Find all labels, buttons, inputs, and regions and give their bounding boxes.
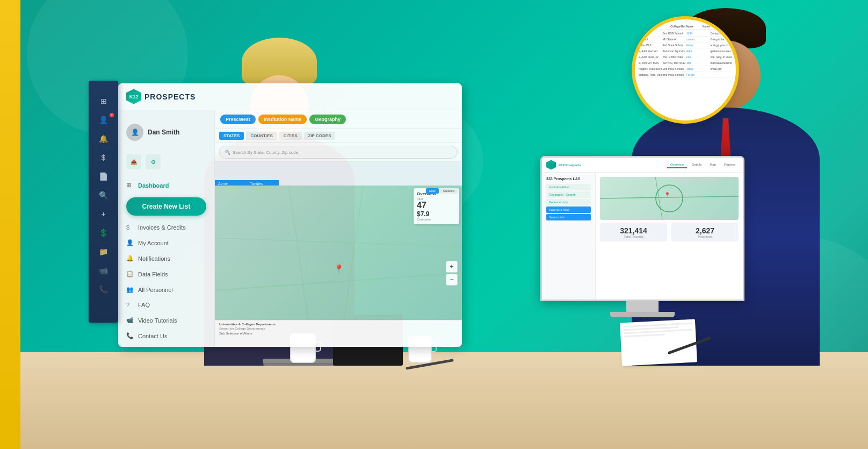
logo-text: PROSPECTS	[144, 92, 196, 101]
create-new-list-button[interactable]: Create New List	[126, 197, 206, 216]
table-row: a, cont EIIT MAS SAYING, MIP SCENE 196 m…	[638, 60, 733, 66]
monitor-logo	[546, 160, 556, 170]
notification-badge: 1	[110, 113, 114, 117]
nav-item-faq[interactable]: ? FAQ	[118, 297, 214, 312]
account-icon: 👤	[126, 239, 134, 246]
geo-filter-row: STATES COUNTIES CITIES ZIP CODES	[215, 129, 462, 143]
monitor-filter-geography[interactable]: Geography - Search	[546, 191, 591, 198]
nav-item-notifications[interactable]: 🔔 Notifications	[118, 251, 214, 266]
sidebar-doc-icon[interactable]: 📄	[89, 167, 118, 186]
notifications-icon: 🔔	[126, 255, 134, 262]
overview-panel: Overview total 47 $7.9 Company	[414, 188, 459, 224]
nav-user-section: 👤 Dan Smith	[118, 118, 214, 146]
sidebar-video-icon[interactable]: 📹	[89, 261, 118, 280]
overview-count: 47	[417, 201, 456, 210]
circle-table-inner: First Name College/Uni Name Name Hta, do…	[635, 19, 736, 120]
table-row: Higgins, Toast Doris Ra End Pass Schook …	[638, 66, 733, 72]
satellite-view-btn[interactable]: Satellite	[440, 188, 458, 194]
monitor-title: 333 Prospects LAS	[546, 177, 591, 181]
monitor-right-panel: 📍 321,414 Total Records 2,627 Prospects	[596, 173, 743, 300]
zoom-out-button[interactable]: −	[446, 274, 458, 286]
sidebar-search-icon[interactable]: 🔍	[89, 186, 118, 204]
nav-item-logout[interactable]: ⏻ Logout	[118, 344, 214, 347]
table-row: d Pos BLS End State School None and ggl …	[638, 42, 733, 48]
monitor-tab-reports[interactable]: Reports	[721, 162, 739, 168]
app-main-content: PrescWest Institution Name Geography STA…	[215, 110, 462, 347]
monitor-map-svg	[600, 177, 739, 220]
nav-item-invoices[interactable]: $ Invoices & Credits	[118, 220, 214, 235]
sidebar-grid-icon[interactable]: ⊞	[89, 91, 118, 110]
monitor-stat2-num: 2,627	[675, 226, 735, 235]
tab-institution[interactable]: Institution Name	[258, 115, 307, 124]
nav-avatar: 👤	[126, 124, 143, 141]
sidebar-phone-icon[interactable]: 📞	[89, 280, 118, 298]
nav-item-data-fields[interactable]: 📋 Data Fields	[118, 266, 214, 282]
nav-item-video[interactable]: 📹 Video Tutorials	[118, 312, 214, 328]
monitor-map-mini: 📍	[600, 177, 739, 220]
table-row: Slippery, Todd, Doris Fa Bnd Pass Schook…	[638, 72, 733, 78]
nav-username: Dan Smith	[148, 129, 179, 136]
tab-geography[interactable]: Geography	[309, 115, 346, 124]
monitor-nav-tabs: Overview Details Map Reports	[667, 162, 739, 168]
app-header: K12 PROSPECTS	[118, 83, 462, 110]
monitor-stat2-label: Prospects	[675, 235, 735, 238]
monitor-content: 333 Prospects LAS Institution Filter Geo…	[542, 173, 743, 300]
svg-line-3	[215, 238, 462, 247]
nav-item-account[interactable]: 👤 My Account	[118, 235, 214, 251]
geo-filter-zip[interactable]: ZIP CODES	[304, 132, 336, 140]
icon-sidebar: ⊞ 👤 1 🔔 $ 📄 🔍 + 💲 📁 📹 📞	[89, 81, 118, 323]
monitor-stand	[626, 301, 659, 312]
map-view-btn[interactable]: Map	[426, 188, 439, 194]
table-row: e, Adol Fred kid Anderson Agriculture Ad…	[638, 48, 733, 54]
geo-filter-states[interactable]: STATES	[219, 132, 244, 140]
circle-table-mockup: First Name College/Uni Name Name Hta, do…	[632, 16, 739, 124]
nav-item-contact[interactable]: 📞 Contact Us	[118, 328, 214, 344]
filter-tabs-row: PrescWest Institution Name Geography	[215, 110, 462, 129]
svg-point-7	[656, 185, 683, 212]
nav-icon-row: 📤 ⚙	[118, 152, 214, 172]
nav-settings-icon[interactable]: ⚙	[146, 154, 161, 169]
monitor-filter-list: Institution Filter Geography - Search De…	[546, 184, 591, 220]
map-pin: 📍	[334, 264, 344, 274]
geo-filter-counties[interactable]: COUNTIES	[246, 132, 277, 140]
tab-prescwest[interactable]: PrescWest	[220, 115, 256, 124]
monitor-tab-overview[interactable]: Overview	[667, 162, 687, 168]
nav-share-icon[interactable]: 📤	[126, 154, 141, 169]
monitor-filter-institution[interactable]: Institution Filter	[546, 184, 591, 190]
sidebar-plus-icon[interactable]: +	[89, 204, 118, 223]
app-bottom-bar: Universities & Colleges Departments Sear…	[215, 320, 462, 347]
data-fields-icon: 📋	[126, 270, 134, 277]
sidebar-files-icon[interactable]: 📁	[89, 242, 118, 261]
table-row: e, Adol Preet, ok The. E Blin Tolles Fil…	[638, 54, 733, 60]
invoices-icon: $	[126, 224, 134, 231]
monitor-save-list[interactable]: Save to List	[546, 214, 591, 220]
nav-item-all-personnel[interactable]: 👥 All Personnel	[118, 282, 214, 297]
contact-icon: 📞	[126, 332, 134, 339]
zoom-in-button[interactable]: +	[446, 261, 458, 273]
geo-filter-cities[interactable]: CITIES	[279, 132, 302, 140]
video-icon: 📹	[126, 317, 134, 324]
overview-company-label: Company	[417, 218, 456, 221]
monitor-tab-map[interactable]: Map	[706, 162, 719, 168]
nav-item-dashboard[interactable]: ⊞ Dashboard	[118, 177, 214, 193]
desk-surface	[20, 352, 868, 449]
monitor-stat1-label: Total Records	[603, 235, 664, 238]
monitor-filter-deduction[interactable]: Deduction List	[546, 199, 591, 205]
monitor-stat-records: 321,414 Total Records	[600, 223, 667, 241]
sidebar-dollar-icon[interactable]: $	[89, 148, 118, 167]
dashboard-icon: ⊞	[126, 182, 134, 189]
sidebar-dollar2-icon[interactable]: 💲	[89, 223, 118, 242]
svg-line-6	[655, 177, 662, 220]
monitor-map-pin: 📍	[664, 192, 670, 198]
map-zoom-controls: + −	[446, 261, 458, 286]
monitor-tab-details[interactable]: Details	[689, 162, 705, 168]
sidebar-notification-icon[interactable]: 👤 1	[89, 110, 118, 129]
monitor-header: K12 Prospects Overview Details Map Repor…	[542, 158, 743, 173]
monitor-stats-row: 321,414 Total Records 2,627 Prospects	[600, 223, 739, 241]
monitor-save-new[interactable]: Save as a New	[546, 206, 591, 213]
sidebar-bell-icon[interactable]: 🔔	[89, 129, 118, 148]
svg-line-0	[215, 273, 462, 291]
app-logo: K12 PROSPECTS	[126, 89, 196, 104]
table-row: Hta, dol Burl USD School 1234 Contact th…	[638, 31, 733, 37]
faq-icon: ?	[126, 302, 134, 308]
